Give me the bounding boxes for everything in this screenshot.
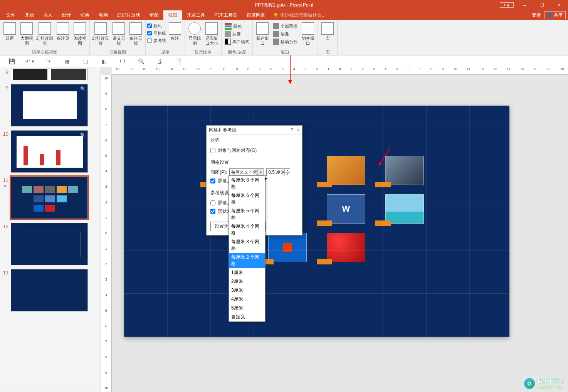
dialog-close-button[interactable]: × xyxy=(297,128,300,133)
move-split-button[interactable]: 移动拆分 xyxy=(271,38,299,45)
notes-button[interactable]: 备注 xyxy=(167,22,183,42)
tab-pdf[interactable]: PDF工具集 xyxy=(210,10,242,20)
chevron-down-icon[interactable]: ▼ xyxy=(257,169,264,176)
tab-slideshow[interactable]: 幻灯片放映 xyxy=(113,10,145,20)
picture-beach[interactable] xyxy=(385,194,424,224)
normal-view-button[interactable]: 普通 xyxy=(2,22,18,42)
save-button[interactable]: 💾 xyxy=(2,56,21,67)
slide-thumbnails-panel[interactable]: 8 9🔍 10🔍 11★ 12 13 xyxy=(0,67,101,392)
slide-sorter-button[interactable]: 幻灯片浏览 xyxy=(35,22,54,47)
tab-file[interactable]: 文件 xyxy=(2,10,20,20)
dropdown-item[interactable]: 每厘米 5 个网格 xyxy=(229,207,265,222)
section-grid: 网格设置 xyxy=(210,159,298,166)
redo-button[interactable]: ↷ xyxy=(39,56,58,67)
dropdown-item[interactable]: 每厘米 4 个网格 xyxy=(229,222,265,237)
shape-orange[interactable] xyxy=(317,220,332,226)
dropdown-item[interactable]: 自定义 xyxy=(229,313,265,321)
zoom-button[interactable]: 显示比例 xyxy=(187,22,203,47)
cascade-button[interactable]: 层叠 xyxy=(271,30,299,38)
qat-btn-8[interactable]: 🔍 xyxy=(132,56,150,67)
dropdown-item-selected[interactable]: 每厘米 2 个网格 xyxy=(229,253,265,268)
undo-button[interactable]: ↶ ▾ xyxy=(21,56,39,67)
outline-view-button[interactable]: 大纲视图 xyxy=(18,22,35,47)
spin-down[interactable]: ▼ xyxy=(285,173,290,176)
tab-review[interactable]: 审阅 xyxy=(145,10,163,20)
share-button[interactable]: 👤共享 xyxy=(544,11,566,19)
thumbnail-9[interactable]: 9🔍 xyxy=(1,84,100,126)
shape-orange[interactable] xyxy=(375,182,391,187)
shape-orange[interactable] xyxy=(317,182,332,187)
color-button[interactable]: 颜色 xyxy=(223,22,251,30)
notes-master-button[interactable]: 备注母版 xyxy=(128,22,144,47)
qat-btn-5[interactable]: ▢ xyxy=(76,56,95,67)
ruler-checkbox[interactable]: 标尺 xyxy=(147,22,166,29)
slide-canvas[interactable]: 1817161514131211109876543210123456789101… xyxy=(101,67,568,392)
tab-transitions[interactable]: 切换 xyxy=(76,10,94,20)
switch-windows-button[interactable]: 切换窗口 xyxy=(300,22,316,47)
tab-animations[interactable]: 动画 xyxy=(94,10,113,20)
thumbnail-12[interactable]: 12 xyxy=(1,223,100,265)
reading-view-button[interactable]: 阅读视图 xyxy=(72,22,88,47)
minimize-button[interactable]: ─ xyxy=(516,0,533,10)
macros-button[interactable]: 宏 xyxy=(319,22,336,42)
thumbnail-11[interactable]: 11★ xyxy=(1,177,100,219)
picture-leaf[interactable] xyxy=(327,156,365,185)
spacing-label: 间距(P): xyxy=(210,169,227,176)
guides-checkbox[interactable]: 参考线 xyxy=(147,37,166,44)
dropdown-item[interactable]: 1厘米 xyxy=(229,268,265,277)
picture-city[interactable] xyxy=(385,156,424,185)
notes-page-button[interactable]: 备注页 xyxy=(55,22,71,42)
dropdown-item[interactable]: 5厘米 xyxy=(229,304,265,313)
qat-btn-9[interactable]: 🖨 xyxy=(150,56,169,67)
snap-to-grid-checkbox[interactable]: 对象与网格对齐(G) xyxy=(210,146,298,155)
qat-btn-10[interactable]: 📄 xyxy=(169,56,187,67)
split-icon xyxy=(273,39,279,45)
shape-orange[interactable] xyxy=(375,220,391,226)
dropdown-item[interactable]: 2厘米 xyxy=(229,277,265,286)
qat-btn-7[interactable]: 🖵 xyxy=(113,56,132,67)
login-link[interactable]: 登录 xyxy=(532,12,541,19)
spin-up[interactable]: ▲ xyxy=(285,169,290,173)
dialog-help-button[interactable]: ? xyxy=(291,128,293,133)
tab-developer[interactable]: 开发工具 xyxy=(182,10,210,20)
dropdown-item[interactable]: 每厘米 6 个网格 xyxy=(229,191,265,207)
gridlines-checkbox[interactable]: 网格线 xyxy=(147,30,166,37)
ribbon-display-options[interactable]: ▾ xyxy=(500,2,514,8)
document-title: PPT教程2.pptx - PowerPoint xyxy=(255,2,313,8)
group-label: 颜色/灰度 xyxy=(223,49,251,56)
spacing-combo[interactable]: 每厘米 2 个网格▼ xyxy=(229,168,264,176)
qat-btn-4[interactable]: ▦ xyxy=(58,56,76,67)
tab-baidu[interactable]: 百度网盘 xyxy=(242,10,270,20)
bw-button[interactable]: 黑白模式 xyxy=(223,38,251,45)
spacing-dropdown[interactable]: 每厘米 8 个网格 每厘米 6 个网格 每厘米 5 个网格 每厘米 4 个网格 … xyxy=(229,175,266,322)
tab-insert[interactable]: 插入 xyxy=(39,10,57,20)
picture-office[interactable] xyxy=(268,233,307,262)
new-window-icon xyxy=(256,22,269,35)
thumbnail-8[interactable]: 8 xyxy=(1,69,100,80)
fit-window-button[interactable]: 适应窗口大小 xyxy=(203,22,220,47)
dropdown-item[interactable]: 每厘米 3 个网格 xyxy=(229,237,265,253)
shape-orange[interactable] xyxy=(317,259,332,264)
handout-master-button[interactable]: 讲义母版 xyxy=(111,22,127,47)
qat-btn-6[interactable]: ◧ xyxy=(95,56,113,67)
spacing-cm-spinner[interactable]: 0.5 厘米▲▼ xyxy=(266,168,290,176)
tab-design[interactable]: 设计 xyxy=(57,10,76,20)
dropdown-item[interactable]: 每厘米 8 个网格 xyxy=(229,176,265,191)
tab-view[interactable]: 视图 xyxy=(163,10,182,20)
tab-home[interactable]: 开始 xyxy=(20,10,39,20)
dropdown-item[interactable]: 3厘米 xyxy=(229,286,265,295)
picture-red[interactable] xyxy=(327,233,365,262)
thumbnail-13[interactable]: 13 xyxy=(1,269,100,311)
new-window-button[interactable]: 新建窗口 xyxy=(254,22,271,47)
dropdown-item[interactable]: 4厘米 xyxy=(229,295,265,304)
slide-master-button[interactable]: 幻灯片母版 xyxy=(91,22,110,47)
arrange-all-button[interactable]: 全部重排 xyxy=(271,22,299,30)
dialog-titlebar[interactable]: 网格和参考线 ?× xyxy=(207,126,302,135)
picture-word[interactable]: W xyxy=(327,194,365,224)
thumbnail-10[interactable]: 10🔍 xyxy=(1,130,100,173)
close-button[interactable]: ✕ xyxy=(551,0,568,10)
grayscale-button[interactable]: 灰度 xyxy=(223,30,251,38)
slide[interactable]: W XX xyxy=(124,106,509,337)
tell-me[interactable]: 💡告诉我您想要做什么... xyxy=(273,12,326,19)
maximize-button[interactable]: ☐ xyxy=(533,0,551,10)
